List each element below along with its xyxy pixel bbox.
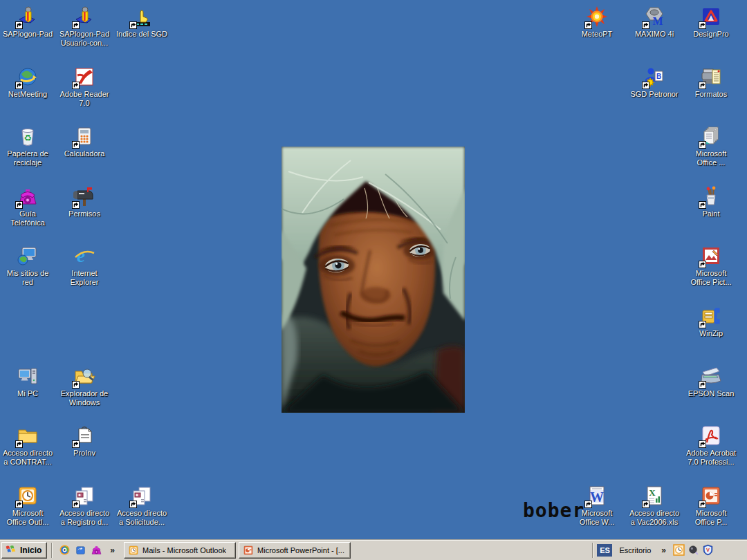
- epson-scanner-icon: [700, 365, 722, 387]
- desktop-icon-label: Mi PC: [1, 389, 54, 398]
- task-button-microsoft-powerpoint[interactable]: Microsoft PowerPoint - [...: [239, 542, 351, 559]
- shortcut-arrow-icon: [15, 21, 23, 29]
- wallpaper-photo: [282, 147, 465, 413]
- desktop-icon-label: SAPlogon-Pad Usuario-con...: [58, 30, 111, 48]
- desktop-icon-epson-scan[interactable]: EPSON Scan: [685, 365, 737, 398]
- desktop-icon-label: Microsoft Office Pict...: [685, 269, 737, 287]
- folder-icon: [17, 424, 39, 447]
- acrobat-icon: [700, 424, 722, 447]
- powerpoint-icon: [243, 545, 254, 556]
- phone-icon: [17, 185, 39, 207]
- task-button-mails-microsoft-outlook[interactable]: Mails - Microsoft Outlook: [124, 542, 236, 559]
- speaker-tray-icon[interactable]: [688, 544, 699, 556]
- internet-explorer-icon: e: [73, 245, 95, 267]
- my-computer-icon: [17, 365, 39, 387]
- wallpaper-watermark: bober: [523, 499, 584, 522]
- desktop-icon-internet-explorer[interactable]: eInternet Explorer: [58, 245, 111, 287]
- mailbox-icon: [73, 185, 95, 207]
- desktop-icon-acceso-directo-a-vac2006-xls[interactable]: XAcceso directo a Vac2006.xls: [628, 485, 681, 527]
- desktop[interactable]: SAPlogon-PadSAPlogon-Pad Usuario-con...I…: [0, 0, 747, 539]
- start-button[interactable]: Inicio: [1, 542, 47, 559]
- desktop-icon-acceso-directo-a-solicitude[interactable]: Acceso directo a Solicitude...: [116, 485, 168, 527]
- desktop-icon-acceso-directo-a-contrat[interactable]: Acceso directo a CONTRAT...: [1, 424, 54, 467]
- desktop-icon-microsoft-office-outl[interactable]: Microsoft Office Outl...: [1, 485, 54, 527]
- desktop-icon-permisos[interactable]: Permisos: [58, 185, 111, 218]
- toolbar-overflow-chevron[interactable]: »: [658, 545, 669, 555]
- winzip-icon: [700, 305, 722, 327]
- sun-icon: [586, 6, 608, 28]
- desktop-icon-meteopt[interactable]: MeteoPT: [571, 6, 623, 39]
- desktop-icon-designpro[interactable]: DesignPro: [685, 6, 737, 39]
- recycle-bin-icon: ♻: [17, 125, 39, 147]
- phone-quick-launch-icon[interactable]: [91, 544, 102, 556]
- windows-explorer-icon: [73, 365, 95, 387]
- desktop-icon-gu-a-telef-nica[interactable]: Guía Telefónica: [1, 185, 54, 227]
- svg-text:X: X: [649, 487, 656, 498]
- desktop-icon-label: Microsoft Office P...: [685, 509, 737, 527]
- desktop-icon-proinv[interactable]: ProInv: [58, 424, 111, 458]
- media-player-icon[interactable]: [59, 544, 71, 556]
- designpro-icon: [700, 6, 722, 28]
- shortcut-arrow-icon: [699, 82, 706, 89]
- office-stack-icon: [700, 125, 722, 147]
- desktop-icon-saplogon-pad-usuario-con[interactable]: SAPlogon-Pad Usuario-con...: [58, 6, 111, 48]
- desktop-icon-microsoft-office[interactable]: Microsoft Office ...: [685, 125, 737, 167]
- desktop-toolbar-label[interactable]: Escritorio: [614, 546, 656, 554]
- desktop-icon-label: Microsoft Office Outl...: [1, 509, 54, 527]
- desktop-icon-adobe-reader-7-0[interactable]: Adobe Reader 7.0: [58, 66, 111, 108]
- svg-text:M: M: [652, 15, 663, 27]
- taskbar-divider: [592, 543, 593, 558]
- desktop-icon-formatos[interactable]: Formatos: [685, 66, 737, 99]
- network-places-icon: [17, 245, 39, 267]
- desktop-icon-label: Permisos: [58, 209, 111, 218]
- desktop-icon-netmeeting[interactable]: NetMeeting: [1, 66, 54, 99]
- desktop-icon-mis-sitios-de-red[interactable]: Mis sitios de red: [1, 245, 54, 287]
- shortcut-arrow-icon: [699, 261, 706, 268]
- desktop-icon-label: Acceso directo a Registro d...: [58, 509, 111, 527]
- desktop-icon-winzip[interactable]: WinZip: [685, 305, 737, 338]
- desktop-icon-indice-del-sgd[interactable]: Indice del SGD: [116, 6, 168, 39]
- desktop-icon-mi-pc[interactable]: Mi PC: [1, 365, 54, 398]
- shortcut-arrow-icon: [699, 381, 706, 389]
- task-button-label: Microsoft PowerPoint - [...: [257, 546, 344, 554]
- svg-text:V: V: [706, 547, 710, 553]
- shortcut-arrow-icon: [699, 21, 706, 29]
- desktop-icon-maximo-4i[interactable]: MMAXIMO 4i: [628, 6, 681, 39]
- language-indicator[interactable]: ES: [597, 544, 612, 557]
- desktop-icon-calculadora[interactable]: Calculadora: [58, 125, 111, 158]
- paint-icon: [700, 185, 722, 207]
- antivirus-shield-icon[interactable]: V: [702, 544, 714, 556]
- desktop-icon-sgd-petronor[interactable]: BSGD Petronor: [628, 66, 681, 99]
- desktop-icon-microsoft-office-p[interactable]: Microsoft Office P...: [685, 485, 737, 527]
- shortcut-arrow-icon: [699, 321, 706, 328]
- quick-launch-overflow-chevron[interactable]: »: [107, 545, 118, 555]
- desktop-icon-papelera-de-reciclaje[interactable]: ♻Papelera de reciclaje: [1, 125, 54, 167]
- shortcut-arrow-icon: [15, 201, 23, 209]
- desktop-icon-label: ProInv: [58, 449, 111, 458]
- shortcut-arrow-icon: [642, 82, 649, 89]
- adobe-reader-icon: [73, 66, 95, 88]
- desktop-icon-acceso-directo-a-registro-d[interactable]: Acceso directo a Registro d...: [58, 485, 111, 527]
- desktop-icon-adobe-acrobat-7-0-professi[interactable]: Adobe Acrobat 7.0 Professi...: [685, 424, 737, 467]
- desktop-icon-label: Adobe Reader 7.0: [58, 90, 111, 108]
- access-document-icon: [131, 485, 153, 507]
- desktop-icon-paint[interactable]: Paint: [685, 185, 737, 218]
- shortcut-arrow-icon: [642, 501, 649, 508]
- show-desktop-icon[interactable]: [75, 544, 86, 556]
- powerpoint-icon: [700, 485, 722, 507]
- svg-text:♻: ♻: [24, 133, 32, 143]
- desktop-icon-label: NetMeeting: [1, 90, 54, 99]
- shortcut-arrow-icon: [72, 201, 80, 209]
- desktop-icon-microsoft-office-pict[interactable]: Microsoft Office Pict...: [685, 245, 737, 287]
- desktop-icon-label: Calculadora: [58, 149, 111, 158]
- shortcut-arrow-icon: [72, 141, 80, 149]
- shortcut-arrow-icon: [699, 440, 706, 448]
- svg-text:B: B: [656, 73, 661, 80]
- shortcut-arrow-icon: [129, 501, 137, 508]
- outlook-reminder-icon[interactable]: [673, 544, 685, 556]
- desktop-icon-label: SGD Petronor: [628, 90, 681, 99]
- shortcut-arrow-icon: [584, 21, 592, 29]
- shortcut-arrow-icon: [584, 501, 592, 508]
- desktop-icon-explorador-de-windows[interactable]: Explorador de Windows: [58, 365, 111, 407]
- desktop-icon-saplogon-pad[interactable]: SAPlogon-Pad: [1, 6, 54, 39]
